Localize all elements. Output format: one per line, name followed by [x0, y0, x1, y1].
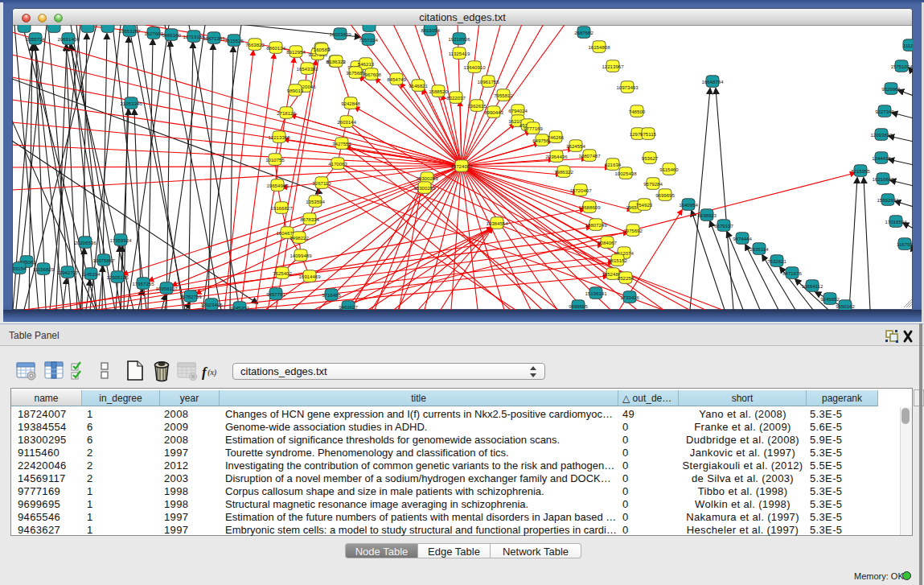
svg-text:9115460: 9115460 [659, 167, 679, 172]
svg-text:12505135: 12505135 [106, 274, 129, 280]
svg-text:9699695: 9699695 [655, 192, 675, 198]
svg-text:9227349: 9227349 [875, 109, 894, 114]
svg-text:746266: 746266 [548, 134, 565, 140]
svg-text:19166827: 19166827 [270, 205, 293, 211]
svg-text:20206536: 20206536 [74, 240, 97, 245]
svg-text:15720407: 15720407 [569, 187, 592, 193]
svg-text:7625402: 7625402 [273, 270, 292, 276]
svg-text:10671385: 10671385 [203, 35, 225, 41]
svg-text:1145194: 1145194 [81, 271, 101, 277]
svg-text:12942737: 12942737 [56, 270, 79, 275]
svg-text:17016504: 17016504 [885, 219, 907, 225]
svg-text:10807487: 10807487 [578, 153, 601, 159]
svg-text:2935114: 2935114 [749, 246, 769, 252]
svg-text:14099489: 14099489 [290, 253, 312, 258]
svg-text:2603144: 2603144 [337, 119, 356, 125]
svg-text:(x): (x) [207, 368, 217, 377]
svg-text:1733426: 1733426 [620, 295, 639, 300]
svg-text:10653267: 10653267 [118, 28, 141, 34]
svg-text:9579284: 9579284 [643, 181, 663, 187]
svg-text:1244415: 1244415 [872, 155, 891, 161]
svg-text:19654943: 19654943 [266, 183, 289, 188]
svg-text:3267110: 3267110 [312, 180, 331, 186]
svg-text:9474444: 9474444 [733, 236, 752, 241]
svg-text:8813054: 8813054 [421, 27, 440, 33]
svg-text:18807249: 18807249 [585, 222, 607, 228]
svg-text:6466160: 6466160 [162, 32, 181, 38]
svg-text:953627: 953627 [642, 155, 659, 161]
svg-text:621634: 621634 [605, 162, 622, 167]
svg-text:1975692: 1975692 [623, 228, 643, 233]
svg-text:1353594: 1353594 [306, 199, 325, 204]
svg-text:20691406: 20691406 [57, 36, 80, 42]
svg-text:8678334: 8678334 [300, 216, 319, 222]
svg-text:12213967: 12213967 [602, 64, 624, 69]
svg-text:10961755: 10961755 [477, 79, 499, 84]
svg-text:9650142: 9650142 [836, 303, 855, 309]
svg-text:1588520: 1588520 [429, 89, 448, 94]
svg-text:12213369: 12213369 [268, 134, 290, 140]
svg-text:3624554: 3624554 [566, 143, 585, 149]
svg-text:17359924: 17359924 [109, 237, 132, 243]
svg-text:7955812: 7955812 [494, 93, 513, 98]
svg-text:2718126: 2718126 [277, 110, 296, 116]
svg-text:19218506: 19218506 [448, 36, 470, 42]
svg-text:19384554: 19384554 [486, 220, 508, 226]
svg-text:9242848: 9242848 [341, 101, 360, 106]
svg-text:4170063: 4170063 [328, 161, 347, 167]
svg-text:13640910: 13640910 [463, 64, 486, 70]
svg-text:39154: 39154 [13, 266, 27, 271]
svg-text:9457791: 9457791 [266, 291, 285, 297]
svg-text:1010755: 1010755 [265, 157, 285, 163]
svg-text:3427552: 3427552 [332, 141, 351, 146]
svg-text:15751074: 15751074 [890, 64, 913, 69]
svg-text:16914469: 16914469 [298, 274, 321, 279]
svg-text:9329966: 9329966 [881, 86, 901, 92]
svg-text:160583: 160583 [314, 47, 331, 52]
svg-text:9146821: 9146821 [409, 83, 428, 89]
svg-text:1527602: 1527602 [144, 31, 163, 36]
svg-text:10719185: 10719185 [183, 34, 205, 39]
svg-text:2687682: 2687682 [574, 30, 593, 35]
svg-text:16033809: 16033809 [329, 31, 351, 37]
svg-text:8186323: 8186323 [326, 59, 346, 64]
svg-text:8471676: 8471676 [782, 270, 802, 276]
svg-text:18724007: 18724007 [450, 163, 473, 169]
svg-text:20364436: 20364436 [545, 154, 568, 159]
svg-text:8860124: 8860124 [266, 45, 285, 51]
svg-text:8912954: 8912954 [286, 49, 306, 55]
svg-text:546213: 546213 [358, 61, 375, 67]
svg-text:10975867: 10975867 [92, 257, 115, 263]
svg-text:8938923: 8938923 [697, 212, 717, 218]
svg-text:11325419: 11325419 [449, 51, 470, 56]
svg-text:21053346: 21053346 [120, 101, 142, 106]
svg-text:16210643: 16210643 [872, 176, 894, 182]
svg-text:16648784: 16648784 [701, 79, 724, 84]
svg-text:16782759: 16782759 [179, 294, 202, 299]
svg-text:11156829: 11156829 [33, 266, 55, 272]
svg-text:6794024: 6794024 [508, 108, 528, 113]
svg-text:17957255: 17957255 [132, 281, 154, 286]
svg-text:5716485: 5716485 [322, 292, 341, 298]
svg-text:9777169: 9777169 [524, 126, 543, 131]
svg-text:9699695: 9699695 [569, 303, 588, 309]
svg-text:975115: 975115 [640, 131, 656, 137]
svg-text:10654112: 10654112 [802, 283, 823, 289]
svg-text:6679197: 6679197 [714, 223, 733, 229]
svg-text:8454749: 8454749 [387, 76, 406, 82]
svg-text:9463627: 9463627 [339, 304, 358, 310]
svg-text:1362615: 1362615 [467, 103, 487, 109]
svg-text:1640954: 1640954 [679, 202, 698, 208]
svg-text:15692971: 15692971 [877, 197, 899, 203]
svg-text:3498222: 3498222 [290, 235, 309, 241]
svg-text:8215955: 8215955 [851, 168, 870, 174]
svg-text:989013: 989013 [287, 88, 304, 93]
svg-text:12093822: 12093822 [870, 132, 893, 138]
svg-text:2055724: 2055724 [26, 36, 45, 42]
svg-text:7663822: 7663822 [245, 42, 265, 47]
svg-text:748500: 748500 [629, 109, 646, 114]
svg-text:9245652: 9245652 [820, 296, 840, 302]
svg-text:252254: 252254 [618, 275, 634, 281]
svg-text:7357224: 7357224 [359, 37, 378, 43]
svg-text:10958107: 10958107 [155, 286, 178, 291]
